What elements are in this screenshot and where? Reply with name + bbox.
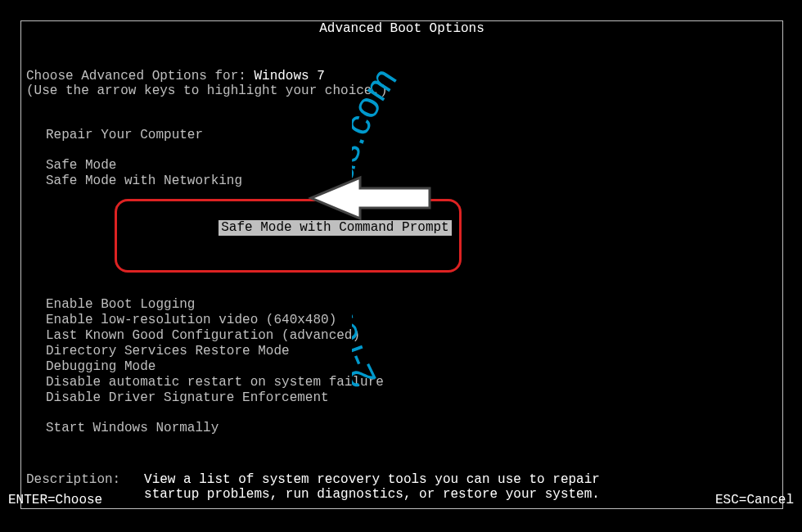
menu-item-safe-mode[interactable]: Safe Mode (46, 158, 777, 174)
prompt-line: Choose Advanced Options for: Windows 7 (26, 69, 777, 83)
menu-group-normal: Start Windows Normally (46, 421, 777, 436)
menu-item-safe-mode-cmd[interactable]: Safe Mode with Command Prompt (46, 189, 777, 282)
footer-enter-hint: ENTER=Choose (8, 493, 102, 507)
footer-esc-hint: ESC=Cancel (715, 493, 794, 507)
prompt-prefix: Choose Advanced Options for: (26, 69, 254, 83)
menu-item-boot-logging[interactable]: Enable Boot Logging (46, 297, 777, 313)
menu-item-disable-auto-restart[interactable]: Disable automatic restart on system fail… (46, 375, 777, 390)
menu-group-advanced: Enable Boot Logging Enable low-resolutio… (46, 297, 777, 406)
content-area: Choose Advanced Options for: Windows 7 (… (21, 36, 782, 502)
os-name: Windows 7 (254, 69, 324, 83)
menu-item-debugging[interactable]: Debugging Mode (46, 359, 777, 375)
description-line-1: View a list of system recovery tools you… (144, 472, 600, 487)
menu-item-repair[interactable]: Repair Your Computer (46, 128, 777, 143)
boot-menu[interactable]: Repair Your Computer Safe Mode Safe Mode… (46, 128, 777, 436)
hint-line: (Use the arrow keys to highlight your ch… (26, 83, 777, 98)
boot-options-frame: Advanced Boot Options Choose Advanced Op… (20, 20, 783, 509)
highlight-circle-annotation (115, 199, 462, 273)
menu-item-low-res[interactable]: Enable low-resolution video (640x480) (46, 313, 777, 328)
menu-item-last-known-good[interactable]: Last Known Good Configuration (advanced) (46, 328, 777, 344)
menu-item-safe-mode-networking[interactable]: Safe Mode with Networking (46, 174, 777, 189)
menu-item-start-normally[interactable]: Start Windows Normally (46, 421, 777, 436)
window-title: Advanced Boot Options (314, 21, 489, 36)
menu-item-safe-mode-cmd-label: Safe Mode with Command Prompt (219, 220, 451, 236)
menu-item-ds-restore[interactable]: Directory Services Restore Mode (46, 344, 777, 359)
menu-item-disable-driver-sig[interactable]: Disable Driver Signature Enforcement (46, 390, 777, 406)
menu-group-safe: Safe Mode Safe Mode with Networking Safe… (46, 158, 777, 282)
footer-bar: ENTER=Choose ESC=Cancel (0, 493, 802, 507)
